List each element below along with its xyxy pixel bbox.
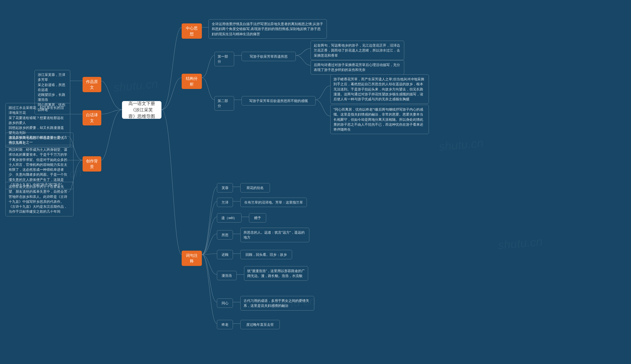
term-zhonglao[interactable]: 终老 [217, 320, 233, 329]
sub-part1-desc: 写游子欲采芳草而遗所思 [242, 52, 296, 61]
branch-ciyu[interactable]: 词句注释 [182, 251, 202, 266]
def-furong: 荷花的别名 [240, 183, 270, 192]
leaf-part2-t1: 游子睹香花芳草，而产生采芳遗人之举;但当他兴冲冲地采摘到手之后，蓦然想起自己所思… [330, 74, 429, 104]
watermark: shutu.cn [498, 234, 543, 252]
term-tongxin[interactable]: 同心 [217, 298, 233, 308]
branch-sixiang[interactable]: 中心思想 [182, 24, 202, 39]
watermark: shutu.cn [438, 136, 484, 154]
leaf-part2-t2: "同心而离居，忧伤以终老"!最后两句继续抒写游子内心的感慨。这里是指夫妇情感的融… [330, 105, 429, 134]
term-wei[interactable]: 遗（wèi） [217, 213, 242, 222]
def-tongxin: 古代习用的成语，多用于男女之间的爱情关系，这里是说夫妇感情的融洽 [240, 296, 314, 310]
def-lanze: 生有兰草的沼泽地。芳草：这里指兰草 [240, 198, 307, 207]
leaf-beijing-3: 这些宦途失意的游学的士子在宦途无望、朋友道绝的孤单失意中，自然会苦苦地怀念故乡和… [6, 182, 74, 216]
branch-baihua[interactable]: 白话译文 [82, 110, 101, 126]
term-manhaohao[interactable]: 漫浩浩 [217, 271, 236, 280]
def-manhaohao: 犹"漫漫浩浩"，这里用以形容路途的广阔无边。漫，路长貌。浩浩，水流貌 [244, 266, 308, 281]
leaf-sixiang-text: 全诗运用借景抒情及白描手法抒写漂泊异地失意者的离别相思之情;从游子和思妇两个角度… [208, 19, 327, 39]
root-node[interactable]: 高一语文下册《涉江采芙蓉》思维导图 [122, 101, 162, 119]
term-suosi[interactable]: 所思 [217, 230, 233, 240]
term-huangu[interactable]: 还顾 [217, 250, 233, 259]
branch-jiegou[interactable]: 结构分析 [182, 74, 202, 89]
def-huangu: 回顾，回头看。旧乡：故乡 [240, 250, 292, 259]
def-suosi: 所思念的人。远道：犹言"远方"，遥远的地方 [240, 228, 309, 242]
term-lanze[interactable]: 兰泽 [217, 198, 233, 207]
watermark: shutu.cn [113, 77, 159, 94]
sub-part2-desc: 写游子采芳草后欲遗所思而不能的感慨 [242, 96, 316, 106]
def-zhonglao: 度过晚年直至去世 [240, 320, 280, 329]
sub-part2[interactable]: 第二部分 [214, 96, 234, 111]
sub-part1[interactable]: 第一部分 [214, 52, 234, 66]
term-furong[interactable]: 芙蓉 [217, 183, 233, 192]
branch-yuanwen[interactable]: 作品原文 [82, 77, 101, 92]
leaf-part1-t2: 后两句诗通过对游子采摘香花芳草后心理活动描写，充分表现了游子思乡怀妇的哀伤和无奈 [310, 60, 404, 75]
branch-beijing[interactable]: 创作背景 [82, 156, 101, 172]
leaf-part1-t1: 起首两句，写远客他乡的游子，见江边莲花正开，沼泽边兰花正香，因而动了折花遗人之思… [310, 41, 404, 60]
def-wei: 赠予 [249, 213, 266, 222]
